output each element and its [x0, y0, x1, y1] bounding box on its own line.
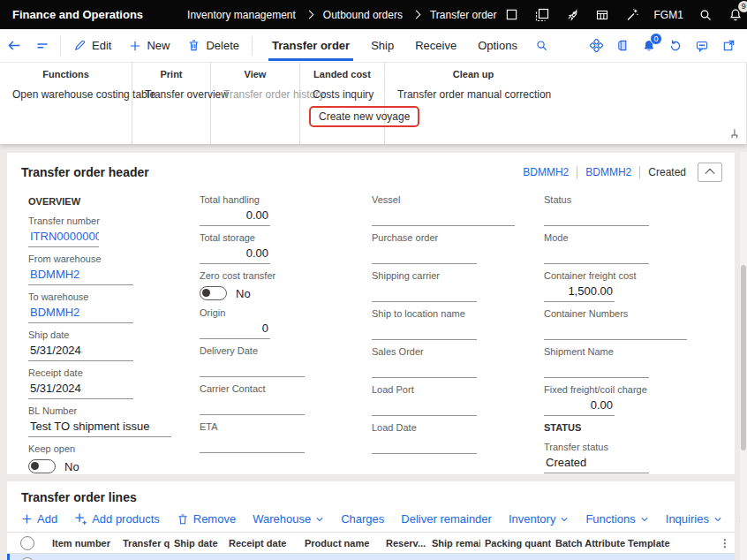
grid-icon[interactable]	[587, 0, 617, 29]
lines-toolbar-inventory[interactable]: Inventory	[509, 512, 569, 526]
rocket-icon[interactable]	[557, 0, 587, 29]
plus-icon	[21, 513, 33, 525]
field-value-load-date[interactable]	[372, 435, 477, 454]
collapse-section-button[interactable]	[698, 163, 722, 182]
back-arrow-icon[interactable]	[0, 30, 28, 62]
app-title[interactable]: Finance and Operations	[0, 8, 166, 21]
office-app-icon[interactable]	[609, 31, 636, 60]
field-value-load-port[interactable]	[372, 397, 477, 416]
select-all-checkbox[interactable]	[20, 536, 34, 550]
field-value-from-warehouse[interactable]: BDMMH2	[28, 267, 133, 285]
field-to-warehouse: To warehouseBDMMH2	[28, 291, 200, 323]
lines-toolbar-inquiries[interactable]: Inquiries	[666, 512, 722, 526]
ribbon-group-clean-up: Clean upTransfer order manual correction	[385, 63, 747, 144]
refresh-icon[interactable]	[662, 31, 689, 60]
column-header-reserv[interactable]: Reserv...	[381, 538, 427, 549]
field-value-purchase-order[interactable]	[372, 246, 477, 264]
field-value-origin[interactable]: 0	[200, 321, 270, 339]
column-header-receipt-date[interactable]: Receipt date	[224, 538, 300, 549]
breadcrumb-item-inventory-management[interactable]: Inventory management	[187, 9, 296, 21]
table-row[interactable]: F0000401,000.005/31/20245/31/2024C-HR-AS…	[7, 554, 735, 560]
lines-toolbar-deliver-remainder[interactable]: Deliver remainder	[401, 512, 492, 526]
search-commands-icon[interactable]	[528, 30, 556, 62]
notifications-bell-icon[interactable]: 9	[721, 0, 747, 29]
field-value-status[interactable]	[544, 208, 649, 226]
new-label: New	[147, 39, 170, 52]
field-value-mode[interactable]	[544, 246, 649, 264]
transfer-order-lines-panel: Transfer order lines AddAdd productsRemo…	[7, 481, 735, 560]
field-label: Load Date	[372, 422, 544, 434]
field-value-vessel[interactable]	[372, 208, 515, 226]
lines-toolbar-remove[interactable]: Remove	[177, 512, 236, 526]
ribbon-item-transfer-order-manual-correction[interactable]: Transfer order manual correction	[385, 85, 746, 104]
lines-toolbar-charges[interactable]: Charges	[341, 512, 384, 526]
column-header-product-name[interactable]: Product name	[300, 538, 381, 549]
toggle-keep-open[interactable]	[28, 459, 56, 473]
ribbon-item-transfer-order-history: Transfer order history	[211, 85, 299, 104]
environment-name[interactable]: FGM1	[647, 9, 690, 21]
field-value-container-freight-cost[interactable]: 1,500.00	[544, 284, 615, 302]
field-value-eta[interactable]	[200, 435, 305, 453]
field-value-fixed-freight-coil-charge[interactable]: 0.00	[544, 397, 615, 416]
field-label: Transfer status	[544, 442, 735, 453]
field-value-total-handling[interactable]: 0.00	[200, 208, 270, 226]
field-value-shipping-carrier[interactable]	[372, 284, 477, 302]
multitasking-icon[interactable]	[527, 0, 557, 29]
summary-from-warehouse-link[interactable]: BDMMH2	[523, 166, 569, 178]
tab-transfer-order[interactable]: Transfer order	[261, 31, 360, 61]
edit-label: Edit	[92, 39, 111, 52]
ribbon-item-transfer-overview[interactable]: Transfer overview	[132, 85, 210, 104]
search-icon[interactable]	[690, 0, 721, 29]
edit-button[interactable]: Edit	[64, 30, 120, 62]
tab-ship[interactable]: Ship	[360, 31, 404, 61]
tab-receive[interactable]: Receive	[404, 31, 467, 61]
column-header-packing-quantity[interactable]: Packing quantity	[480, 538, 551, 549]
summary-to-warehouse-link[interactable]: BDMMH2	[585, 166, 631, 178]
field-value-total-storage[interactable]: 0.00	[200, 246, 270, 264]
breadcrumb-item-outbound-orders[interactable]: Outbound orders	[323, 9, 403, 21]
field-value-transfer-status[interactable]: Created	[544, 455, 649, 473]
field-value-receipt-date[interactable]: 5/31/2024	[28, 381, 133, 399]
field-value-carrier-contact[interactable]	[200, 397, 305, 415]
view-switcher-icon[interactable]	[583, 31, 609, 60]
field-value-to-warehouse[interactable]: BDMMH2	[28, 305, 133, 323]
column-header-batch-attribute-template[interactable]: Batch Attribute Template	[551, 538, 715, 549]
field-value-ship-date[interactable]: 5/31/2024	[28, 343, 133, 361]
ribbon-group-title: View	[211, 69, 299, 79]
ribbon-item-open-warehouse-costing-table[interactable]: Open warehouse costing table	[0, 85, 132, 104]
field-keep-open: Keep openNo	[28, 443, 200, 474]
column-header-ship-remain[interactable]: Ship remain	[427, 538, 480, 549]
open-in-new-window-icon[interactable]	[715, 31, 742, 60]
delete-button[interactable]: Delete	[178, 30, 248, 62]
lines-toolbar-add[interactable]: Add	[21, 512, 57, 526]
field-value-bl-number[interactable]: Test TO shipment issue	[28, 419, 171, 437]
field-label: Ship date	[28, 329, 200, 341]
toggle-zero-cost-transfer[interactable]	[200, 286, 227, 300]
new-button[interactable]: New	[120, 30, 178, 62]
collapse-menu-icon[interactable]	[28, 30, 57, 62]
lines-toolbar-add-products[interactable]: Add products	[74, 512, 160, 526]
summary-status: Created	[648, 166, 686, 178]
field-value-ship-to-location-name[interactable]	[372, 322, 477, 340]
message-center-bell-icon[interactable]: 0	[636, 31, 662, 60]
lines-toolbar-functions[interactable]: Functions	[585, 512, 648, 526]
column-header-ship-date[interactable]: Ship date	[170, 538, 224, 549]
feedback-chat-icon[interactable]	[689, 31, 715, 60]
field-value-shipment-name[interactable]	[544, 359, 649, 378]
tab-options[interactable]: Options	[467, 31, 528, 61]
field-value-transfer-number[interactable]: ITRN0000000...	[28, 229, 99, 247]
breadcrumb-item-transfer-order[interactable]: Transfer order	[430, 9, 497, 21]
field-value-sales-order[interactable]	[372, 359, 477, 378]
page-scrollbar[interactable]	[740, 152, 747, 560]
field-value-container-numbers[interactable]	[544, 322, 687, 340]
page-scrollbar-thumb[interactable]	[741, 265, 746, 450]
maximize-icon[interactable]	[497, 0, 527, 29]
column-options-icon[interactable]: ⋮	[715, 537, 735, 549]
magic-wand-icon[interactable]	[617, 0, 647, 29]
unpin-icon[interactable]	[727, 127, 740, 140]
column-header-transfer-q[interactable]: Transfer q...	[118, 538, 170, 549]
column-header-item-number[interactable]: Item number	[48, 538, 118, 549]
ribbon-item-costs-inquiry[interactable]: Costs inquiry	[300, 85, 384, 104]
field-value-delivery-date[interactable]	[200, 359, 305, 377]
lines-toolbar-warehouse[interactable]: Warehouse	[253, 512, 324, 526]
